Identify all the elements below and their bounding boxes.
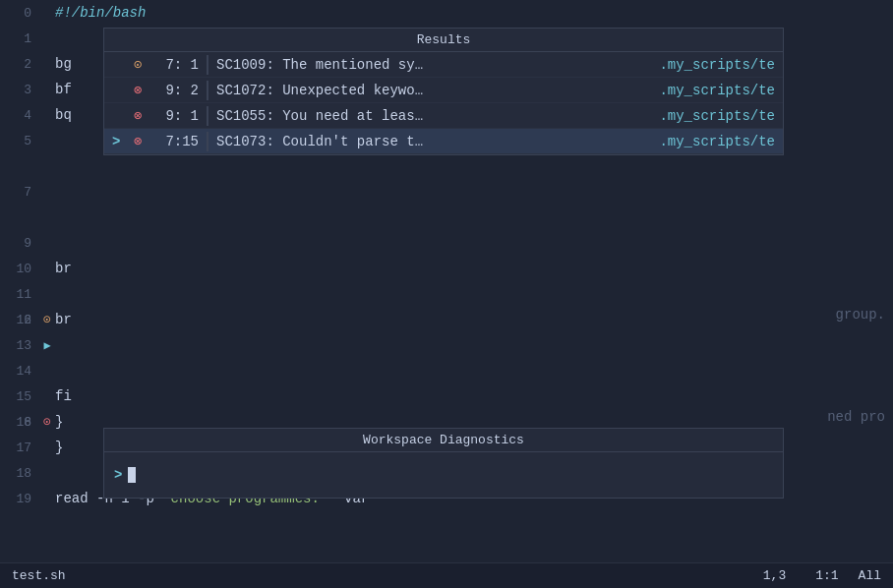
row-0-pos: 7: 1 <box>148 57 207 73</box>
line-num-13: 13 <box>4 338 31 353</box>
line-num-1: 1 <box>4 31 31 46</box>
code-line-10: 10 br <box>0 256 893 281</box>
row-1-msg: SC1072: Unexpected keywo… <box>216 83 647 98</box>
results-panel-title: Results <box>104 29 783 52</box>
code-line-0: 0 #!/bin/bash <box>0 0 893 26</box>
diag-prompt: > <box>114 467 122 483</box>
results-row-3[interactable]: > ⊗ 7:15 SC1073: Couldn't parse t… .my_s… <box>104 129 783 154</box>
line-num-17: 17 <box>4 441 31 455</box>
diag-title-text: Workspace Diagnostics <box>351 433 536 447</box>
status-bar: test.sh 1,3 1:1 All <box>0 562 893 588</box>
line-num-9: 9 <box>4 236 31 251</box>
row-2-icon: ⊗ <box>128 107 148 124</box>
row-3-msg: SC1073: Couldn't parse t… <box>216 134 647 149</box>
status-all: All <box>859 568 881 583</box>
line-num-7: 7 <box>4 185 31 200</box>
row-1-file: .my_scripts/te <box>647 83 775 98</box>
code-line-7: 7 <box>0 179 893 205</box>
diag-content: > <box>104 452 783 498</box>
line-num-19: 19 <box>4 492 31 506</box>
line-num-0: 0 <box>4 6 31 21</box>
results-row-2[interactable]: ⊗ 9: 1 SC1055: You need at leas… .my_scr… <box>104 103 783 129</box>
line-num-15: 15 <box>4 389 31 404</box>
line-num-8: 8 <box>4 415 31 430</box>
workspace-diagnostics-panel: Workspace Diagnostics > <box>103 428 784 499</box>
row-0-sep <box>207 55 208 75</box>
code-content-10: br <box>55 261 889 276</box>
row-3-file: .my_scripts/te <box>647 134 775 149</box>
code-line-9: 9 <box>0 230 893 256</box>
diag-cursor <box>128 467 136 483</box>
results-panel: Results ⊙ 7: 1 SC1009: The mentioned sy…… <box>103 28 784 155</box>
gutter-13-arrow: ▶ <box>39 338 55 353</box>
row-3-arrow: > <box>112 134 128 149</box>
status-filename: test.sh <box>12 568 763 583</box>
line-num-11: 11 <box>4 287 31 302</box>
results-title-text: Results <box>405 32 483 47</box>
gutter-8-err: ⊙ <box>39 414 55 430</box>
bg-right-8: ned pro <box>827 409 885 425</box>
results-row-1[interactable]: ⊗ 9: 2 SC1072: Unexpected keywo… .my_scr… <box>104 78 783 103</box>
code-line-13: 13 ▶ <box>0 332 893 358</box>
line-num-2: 2 <box>4 57 31 72</box>
gutter-6-warn: ⊙ <box>39 312 55 327</box>
row-3-icon: ⊗ <box>128 133 148 149</box>
line-num-10: 10 <box>4 262 31 276</box>
line-num-4: 4 <box>4 108 31 123</box>
row-2-msg: SC1055: You need at leas… <box>216 108 647 124</box>
row-3-pos: 7:15 <box>148 134 207 149</box>
code-line-6: 6 ⊙ br group. <box>0 307 893 332</box>
row-2-sep <box>207 106 208 126</box>
line-num-5: 5 <box>4 134 31 148</box>
bg-right-6: group. <box>836 307 885 323</box>
line-num-3: 3 <box>4 83 31 97</box>
code-line-11: 11 <box>0 281 893 307</box>
line-num-18: 18 <box>4 466 31 481</box>
code-content-15: fi <box>55 388 889 404</box>
row-2-file: .my_scripts/te <box>647 108 775 124</box>
row-0-msg: SC1009: The mentioned sy… <box>216 57 647 73</box>
row-1-icon: ⊗ <box>128 82 148 98</box>
status-position: 1,3 <box>763 568 786 583</box>
status-lineinfo: 1:1 <box>815 568 838 583</box>
results-row-0[interactable]: ⊙ 7: 1 SC1009: The mentioned sy… .my_scr… <box>104 52 783 78</box>
code-line-14: 14 <box>0 358 893 383</box>
row-1-pos: 9: 2 <box>148 83 207 98</box>
code-content-0: #!/bin/bash <box>55 5 889 21</box>
row-0-file: .my_scripts/te <box>647 57 775 73</box>
row-2-pos: 9: 1 <box>148 108 207 124</box>
line-num-14: 14 <box>4 364 31 379</box>
diag-panel-title: Workspace Diagnostics <box>104 429 783 452</box>
line-num-6: 6 <box>4 313 31 327</box>
code-line-15: 15 fi <box>0 383 893 409</box>
row-3-sep <box>207 132 208 151</box>
code-content-6: br <box>55 312 889 327</box>
row-1-sep <box>207 81 208 100</box>
row-0-icon: ⊙ <box>128 56 148 73</box>
